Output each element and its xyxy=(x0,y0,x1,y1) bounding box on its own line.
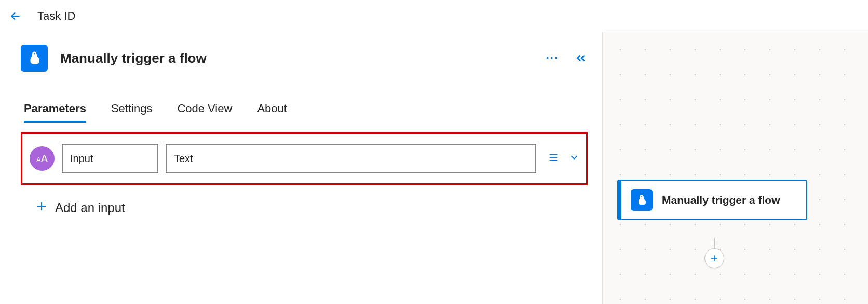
editor-panel: Manually trigger a flow ··· Parameters S… xyxy=(0,32,602,304)
add-input-button[interactable]: Add an input xyxy=(35,200,588,216)
add-step-button[interactable] xyxy=(704,248,724,268)
header-actions: ··· xyxy=(546,51,588,65)
collapse-icon[interactable] xyxy=(574,51,588,65)
tab-parameters[interactable]: Parameters xyxy=(24,102,86,123)
add-input-label: Add an input xyxy=(55,201,125,215)
svg-point-0 xyxy=(33,52,36,55)
trigger-icon xyxy=(21,45,48,72)
canvas-trigger-card[interactable]: Manually trigger a flow xyxy=(617,180,807,220)
main-area: Manually trigger a flow ··· Parameters S… xyxy=(0,32,868,304)
input-name-field[interactable] xyxy=(62,144,158,173)
panel-header: Manually trigger a flow ··· xyxy=(21,45,588,72)
tab-about[interactable]: About xyxy=(257,102,287,123)
trigger-title: Manually trigger a flow xyxy=(60,50,207,67)
chevron-down-icon[interactable] xyxy=(568,152,580,165)
text-type-badge-icon: AA xyxy=(30,146,55,171)
connector-line xyxy=(714,238,715,249)
page-title: Task ID xyxy=(37,9,75,23)
tab-code-view[interactable]: Code View xyxy=(177,102,232,123)
list-menu-icon[interactable] xyxy=(548,152,559,165)
flow-canvas[interactable]: Manually trigger a flow xyxy=(602,32,868,304)
top-bar: Task ID xyxy=(0,0,868,32)
tabs: Parameters Settings Code View About xyxy=(24,102,588,123)
card-trigger-icon xyxy=(631,189,653,211)
svg-point-6 xyxy=(641,195,643,197)
input-row-highlight: AA xyxy=(21,132,588,185)
input-value-field[interactable] xyxy=(166,144,536,173)
card-title: Manually trigger a flow xyxy=(662,193,780,207)
back-arrow-icon[interactable] xyxy=(8,9,23,23)
more-icon[interactable]: ··· xyxy=(546,51,559,65)
plus-icon xyxy=(35,200,48,216)
row-actions xyxy=(548,152,580,165)
tab-settings[interactable]: Settings xyxy=(111,102,153,123)
